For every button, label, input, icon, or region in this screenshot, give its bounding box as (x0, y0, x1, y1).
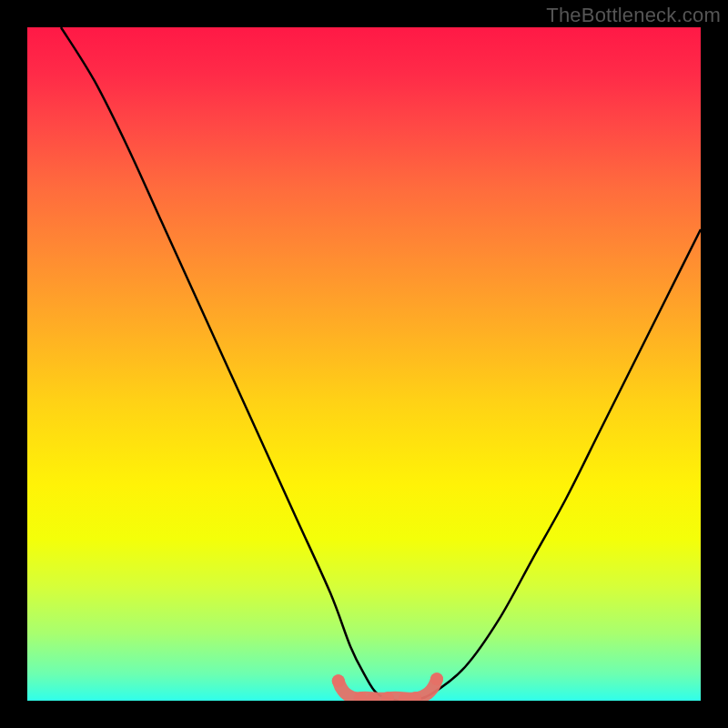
svg-point-6 (430, 672, 443, 685)
bottleneck-chart (27, 27, 701, 701)
plot-area (27, 27, 701, 701)
watermark-text: TheBottleneck.com (546, 4, 721, 27)
bottleneck-curve-line (61, 27, 701, 701)
svg-point-0 (332, 674, 345, 687)
chart-frame: TheBottleneck.com (0, 0, 728, 728)
